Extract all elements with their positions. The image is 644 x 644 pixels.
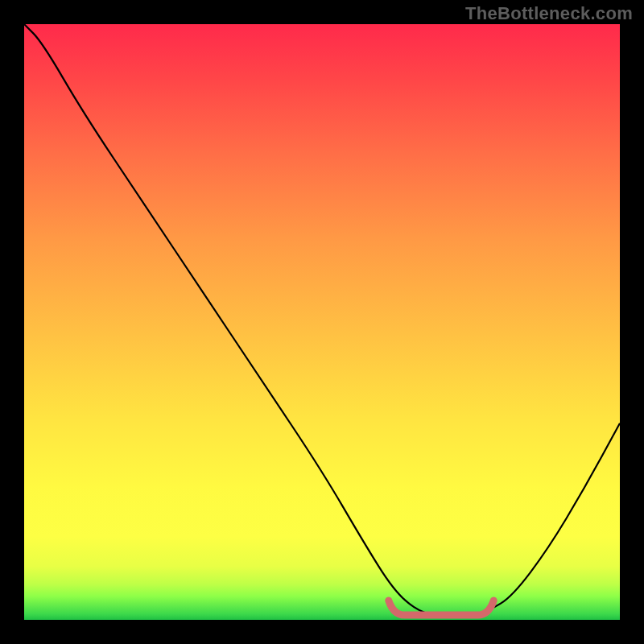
plot-area [24, 24, 620, 620]
watermark-text: TheBottleneck.com [465, 3, 633, 24]
valley-marker [389, 601, 493, 615]
valley-marker-svg [24, 24, 620, 620]
chart-frame: TheBottleneck.com [0, 0, 644, 644]
